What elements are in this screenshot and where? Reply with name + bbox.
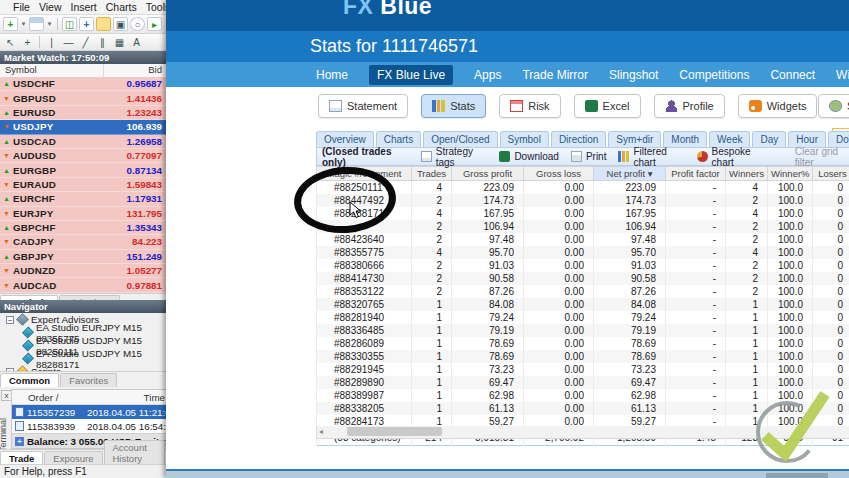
market-watch-row[interactable]: AUDCAD 0.97881 xyxy=(0,278,166,292)
table-row[interactable]: #88291945 1 73.23 0.00 73.23 - 1 100.0 0 xyxy=(317,363,849,376)
table-row[interactable]: #88353122 2 87.26 0.00 87.26 - 2 100.0 0 xyxy=(317,285,849,298)
column-header[interactable]: Gross profit xyxy=(452,167,524,181)
navigator-tab[interactable]: Common xyxy=(0,373,59,387)
trendline-icon[interactable]: ╱ xyxy=(78,35,93,49)
nav-item[interactable]: FX Blue Live xyxy=(369,65,453,85)
table-row[interactable]: #88320765 1 84.08 0.00 84.08 - 1 100.0 0 xyxy=(317,298,849,311)
nav-item[interactable]: Competitions xyxy=(679,68,749,82)
new-chart-icon[interactable]: + xyxy=(3,17,18,31)
bid-column-header[interactable]: Bid xyxy=(104,64,166,77)
order-row[interactable]: 115383939 2018.04.05 16:54:00 xyxy=(12,419,167,433)
menu-item[interactable]: File xyxy=(13,1,30,13)
table-row[interactable]: #88286089 1 78.69 0.00 78.69 - 1 100.0 0 xyxy=(317,337,849,350)
market-watch-row[interactable]: EURJPY 131.795 xyxy=(0,207,166,221)
stats-tab[interactable]: Symbol xyxy=(500,131,549,147)
column-header[interactable]: Profit factor xyxy=(666,167,726,181)
scrollbar-thumb[interactable] xyxy=(347,427,442,436)
symbol-column-header[interactable]: Symbol xyxy=(0,64,104,77)
chevron-down-icon[interactable]: ▾ xyxy=(20,20,27,28)
menu-item[interactable]: Insert xyxy=(71,1,97,13)
crosshair-icon[interactable]: + xyxy=(79,17,94,31)
market-watch-row[interactable]: USDCAD 1.26958 xyxy=(0,135,166,149)
table-row[interactable]: #88281940 1 79.24 0.00 79.24 - 1 100.0 0 xyxy=(317,311,849,324)
toolbar-button[interactable]: Profile xyxy=(654,94,725,118)
column-header[interactable]: Winner% xyxy=(768,167,813,181)
sub-toolbar-button[interactable]: Download xyxy=(499,151,558,162)
toolbar-button[interactable]: Risk xyxy=(499,94,560,118)
profiles-icon[interactable] xyxy=(29,17,44,31)
horizontal-line-icon[interactable]: — xyxy=(61,35,76,49)
crosshair-tool-icon[interactable]: + xyxy=(20,35,35,49)
toolbar-button[interactable]: Statement xyxy=(318,94,408,118)
table-row[interactable]: #88380666 2 91.03 0.00 91.03 - 2 100.0 0 xyxy=(317,259,849,272)
chart-shift-icon[interactable]: ◫ xyxy=(62,17,77,31)
market-watch-row[interactable]: EURGBP 0.87134 xyxy=(0,163,166,177)
expert-icon[interactable]: ▸ xyxy=(147,17,162,31)
column-header[interactable]: Gross loss xyxy=(524,167,594,181)
vertical-line-icon[interactable]: | xyxy=(44,35,59,49)
sub-toolbar-button[interactable]: Print xyxy=(571,151,607,162)
table-row[interactable]: #88355775 4 95.70 0.00 95.70 - 4 100.0 0 xyxy=(317,246,849,259)
market-watch-row[interactable]: EURUSD 1.23243 xyxy=(0,106,166,120)
terminal-tab[interactable]: Trade xyxy=(0,451,43,465)
table-row[interactable]: #88330355 1 78.69 0.00 78.69 - 1 100.0 0 xyxy=(317,350,849,363)
table-row[interactable]: #88336485 1 79.19 0.00 79.19 - 1 100.0 0 xyxy=(317,324,849,337)
column-header[interactable]: Trades xyxy=(412,167,452,181)
toolbar-button[interactable]: Excel xyxy=(574,94,641,118)
menu-item[interactable]: Charts xyxy=(106,1,137,13)
nav-item[interactable]: Slingshot xyxy=(609,68,658,82)
nav-item[interactable]: Home xyxy=(316,68,348,82)
column-header[interactable]: Losers xyxy=(813,167,849,181)
order-row[interactable]: 115357239 2018.04.05 11:21:00 xyxy=(12,405,167,419)
toolbar-button[interactable]: Widgets xyxy=(738,94,818,118)
market-watch-row[interactable]: USDCHF 0.95687 xyxy=(0,77,166,91)
channel-icon[interactable]: ∥ xyxy=(95,35,110,49)
toolbar-button-partial[interactable]: S xyxy=(818,94,849,118)
toolbar-button[interactable]: Stats xyxy=(421,94,486,118)
market-watch-row[interactable]: GBPJPY 151.249 xyxy=(0,250,166,264)
nav-item[interactable]: Trade Mirror xyxy=(522,68,588,82)
nav-item[interactable]: Connect xyxy=(770,68,815,82)
table-row[interactable]: 2 106.94 0.00 106.94 - 2 100.0 0 xyxy=(317,220,849,233)
column-header[interactable]: Net profit ▾ xyxy=(594,167,666,181)
terminal-tab[interactable]: Account History xyxy=(104,440,166,465)
market-watch-row[interactable]: GBPUSD 1.41436 xyxy=(0,91,166,105)
menu-item[interactable]: View xyxy=(39,1,62,13)
menu-item[interactable]: Tools xyxy=(146,1,167,13)
new-window-icon[interactable]: ▣ xyxy=(113,17,128,31)
sub-toolbar-button[interactable]: Clear grid filter xyxy=(780,146,849,168)
nav-item[interactable]: Widgets xyxy=(836,68,849,82)
table-row[interactable]: #88250111 4 223.09 0.00 223.09 - 4 100.0… xyxy=(317,181,849,195)
time-column-header[interactable]: Time xyxy=(103,392,167,403)
fxblue-logo[interactable]: FX Blue xyxy=(343,0,432,20)
cursor-tool-icon[interactable]: ↖ xyxy=(3,35,18,49)
table-row[interactable]: #88414730 2 90.58 0.00 90.58 - 2 100.0 0 xyxy=(317,272,849,285)
text-tool-icon[interactable]: A xyxy=(129,35,144,49)
table-row[interactable]: #88423640 2 97.48 0.00 97.48 - 2 100.0 0 xyxy=(317,233,849,246)
sub-toolbar-button[interactable]: Bespoke chart xyxy=(697,146,768,168)
market-watch-row[interactable]: CADJPY 84.223 xyxy=(0,235,166,249)
collapse-icon[interactable]: − xyxy=(6,316,14,324)
column-header[interactable]: Winners xyxy=(726,167,768,181)
market-watch-row[interactable]: GBPCHF 1.35343 xyxy=(0,221,166,235)
table-row[interactable]: #88288171 4 167.95 0.00 167.95 - 4 100.0… xyxy=(317,207,849,220)
order-column-header[interactable]: Order / xyxy=(12,392,103,403)
market-watch-row[interactable]: EURAUD 1.59843 xyxy=(0,178,166,192)
market-watch-row[interactable]: AUDNZD 1.05277 xyxy=(0,264,166,278)
table-row[interactable]: #88447492 2 174.73 0.00 174.73 - 2 100.0… xyxy=(317,194,849,207)
chevron-down-icon[interactable]: ▾ xyxy=(46,20,53,28)
market-watch-row[interactable]: USDJPY 106.939 xyxy=(0,120,166,134)
sub-toolbar-button[interactable]: Filtered chart xyxy=(618,146,684,168)
zoom-icon[interactable]: ○ xyxy=(130,17,145,31)
terminal-tab[interactable]: Exposure xyxy=(44,451,102,465)
autotrading-icon[interactable] xyxy=(96,17,111,31)
nav-item[interactable]: Apps xyxy=(474,68,501,82)
market-watch-row[interactable]: AUDUSD 0.77097 xyxy=(0,149,166,163)
sub-toolbar-button[interactable]: Strategy tags xyxy=(421,146,488,168)
scroll-left-arrow-icon[interactable]: ◂ xyxy=(319,427,323,436)
navigator-tab[interactable]: Favorites xyxy=(60,373,117,387)
tree-node-ea[interactable]: EA Studio USDJPY M15 88288171 xyxy=(0,352,166,365)
market-watch-row[interactable]: EURCHF 1.17931 xyxy=(0,192,166,206)
fibonacci-icon[interactable]: ▦ xyxy=(112,35,127,49)
stats-tab[interactable]: Direction xyxy=(551,131,606,147)
